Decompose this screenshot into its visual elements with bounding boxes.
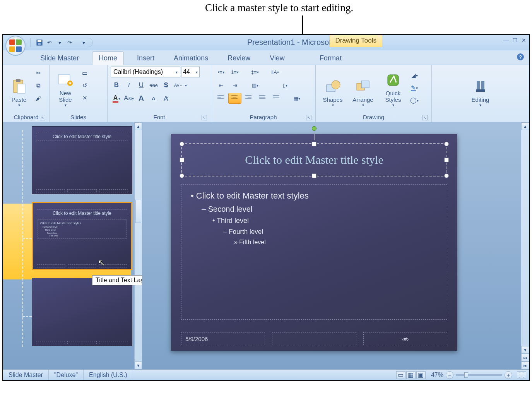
- change-case-button[interactable]: Aa▾: [123, 93, 135, 104]
- status-language[interactable]: English (U.S.): [84, 370, 133, 380]
- bullet-level-1[interactable]: Click to edit Master text styles: [191, 191, 438, 201]
- zoom-slider-thumb[interactable]: [464, 372, 468, 378]
- zoom-slider[interactable]: [456, 374, 502, 376]
- shapes-button[interactable]: Shapes▾: [319, 67, 347, 109]
- slide-number-placeholder[interactable]: ‹#›: [363, 332, 447, 345]
- zoom-level[interactable]: 47%: [431, 372, 443, 379]
- title-placeholder[interactable]: Click to edit Master title style: [181, 143, 447, 177]
- layout-button[interactable]: ▭: [80, 68, 90, 78]
- shadow-button[interactable]: S: [160, 80, 172, 91]
- bullet-level-3[interactable]: Third level: [212, 217, 438, 225]
- fit-window-button[interactable]: ⛶: [517, 371, 526, 379]
- master-thumbnail-1[interactable]: Click to edit Master title style: [32, 126, 132, 194]
- zoom-in-button[interactable]: +: [505, 371, 512, 379]
- redo-icon[interactable]: ↷: [66, 39, 73, 46]
- shape-outline-button[interactable]: ✎▾: [409, 83, 419, 93]
- layout-thumbnail-3[interactable]: [32, 278, 132, 346]
- next-slide-icon[interactable]: ⏭: [521, 362, 529, 369]
- columns-button[interactable]: ▥▾: [248, 80, 262, 91]
- scrollbar-thumb[interactable]: [135, 200, 141, 223]
- resize-handle[interactable]: [444, 158, 449, 162]
- close-button[interactable]: ✕: [522, 37, 526, 43]
- tab-home[interactable]: Home: [92, 51, 124, 65]
- sorter-view-button[interactable]: ▦: [406, 371, 416, 379]
- chevron-down-icon[interactable]: ▾: [362, 103, 364, 107]
- rotation-handle[interactable]: [312, 126, 316, 131]
- copy-button[interactable]: ⧉: [33, 81, 43, 91]
- shrink-font-button[interactable]: A: [148, 93, 159, 104]
- bullet-level-4[interactable]: Fourth level: [223, 228, 438, 236]
- layout-thumbnail-2[interactable]: Click to edit Master title style Click t…: [32, 202, 132, 270]
- resize-handle[interactable]: [312, 142, 316, 146]
- align-right-button[interactable]: [242, 93, 255, 104]
- shape-fill-button[interactable]: ◢▾: [409, 70, 419, 81]
- font-size-combo[interactable]: 44▾: [181, 67, 200, 77]
- resize-handle[interactable]: [180, 142, 184, 146]
- numbering-button[interactable]: 1≡▾: [228, 67, 241, 77]
- bullet-level-2[interactable]: Second level: [202, 205, 438, 214]
- align-text-button[interactable]: ▯▾: [279, 80, 292, 91]
- thumbnails-scrollbar[interactable]: ▲ ▼: [134, 122, 142, 369]
- paragraph-launcher[interactable]: ⤡: [306, 115, 311, 120]
- bullet-level-5[interactable]: Fifth level: [234, 239, 438, 246]
- title-text[interactable]: Click to edit Master title style: [245, 153, 383, 166]
- new-slide-button[interactable]: ✶ New Slide ▾: [53, 67, 78, 109]
- underline-button[interactable]: U: [135, 80, 147, 91]
- scroll-down-icon[interactable]: ▼: [521, 346, 529, 354]
- tab-review[interactable]: Review: [221, 52, 257, 65]
- bold-button[interactable]: B: [111, 80, 122, 91]
- shape-effects-button[interactable]: ◯▾: [409, 95, 419, 105]
- resize-handle[interactable]: [312, 173, 316, 178]
- reset-button[interactable]: ↺: [80, 81, 90, 91]
- align-left-button[interactable]: [214, 93, 228, 104]
- date-placeholder[interactable]: 5/9/2006: [181, 332, 265, 345]
- bullets-button[interactable]: •≡▾: [214, 67, 228, 77]
- resize-handle[interactable]: [444, 142, 449, 146]
- scroll-up-icon[interactable]: ▲: [135, 122, 142, 130]
- scroll-down-icon[interactable]: ▼: [135, 362, 142, 369]
- save-icon[interactable]: [36, 39, 43, 46]
- prev-slide-icon[interactable]: ⏮: [521, 354, 529, 362]
- chevron-down-icon[interactable]: ▾: [479, 103, 481, 107]
- distributed-button[interactable]: [270, 93, 283, 104]
- paste-button[interactable]: Paste ▾: [6, 67, 32, 109]
- cut-button[interactable]: ✂: [33, 68, 43, 78]
- help-icon[interactable]: ?: [517, 53, 524, 60]
- chevron-down-icon[interactable]: ▾: [392, 103, 394, 107]
- text-direction-button[interactable]: ⅡA▾: [269, 67, 282, 77]
- slide-scrollbar[interactable]: ▲ ▼ ⏮ ⏭: [521, 122, 529, 369]
- grow-font-button[interactable]: A: [135, 93, 147, 104]
- tab-insert[interactable]: Insert: [131, 52, 161, 65]
- font-launcher[interactable]: ⤡: [202, 115, 207, 120]
- content-placeholder[interactable]: Click to edit Master text styles Second …: [181, 184, 447, 320]
- slide-canvas[interactable]: Click to edit Master title style Click t…: [171, 134, 457, 351]
- tab-slide-master[interactable]: Slide Master: [34, 52, 85, 65]
- drawing-launcher[interactable]: ⤡: [422, 115, 428, 120]
- delete-button[interactable]: ✕: [80, 93, 90, 103]
- zoom-out-button[interactable]: −: [446, 371, 453, 379]
- arrange-button[interactable]: Arrange▾: [349, 67, 377, 109]
- decrease-indent-button[interactable]: ⇤: [214, 80, 228, 91]
- new-slide-dropdown-icon[interactable]: ▾: [65, 103, 67, 107]
- minimize-button[interactable]: —: [503, 37, 509, 43]
- align-center-button[interactable]: [228, 93, 241, 104]
- tab-view[interactable]: View: [263, 52, 291, 65]
- normal-view-button[interactable]: ▭: [396, 371, 405, 379]
- line-spacing-button[interactable]: ‡≡▾: [248, 67, 262, 77]
- tab-format[interactable]: Format: [313, 52, 348, 65]
- slideshow-view-button[interactable]: ▣: [416, 371, 426, 379]
- justify-button[interactable]: [256, 93, 269, 104]
- strike-button[interactable]: abc: [148, 80, 159, 91]
- quick-styles-button[interactable]: Quick Styles▾: [379, 67, 407, 109]
- font-color-button[interactable]: A▾: [111, 93, 122, 104]
- clear-formatting-button[interactable]: A̷: [160, 93, 172, 104]
- undo-icon[interactable]: ↶: [46, 39, 53, 46]
- clipboard-launcher[interactable]: ⤡: [40, 115, 45, 120]
- char-spacing-button[interactable]: AV↔: [173, 80, 184, 91]
- resize-handle[interactable]: [180, 173, 184, 178]
- qat-customize-icon[interactable]: ▾: [80, 39, 87, 46]
- resize-handle[interactable]: [444, 173, 449, 178]
- increase-indent-button[interactable]: ⇥: [228, 80, 241, 91]
- paste-dropdown-icon[interactable]: ▾: [18, 103, 20, 107]
- undo-dropdown-icon[interactable]: ▾: [56, 39, 63, 46]
